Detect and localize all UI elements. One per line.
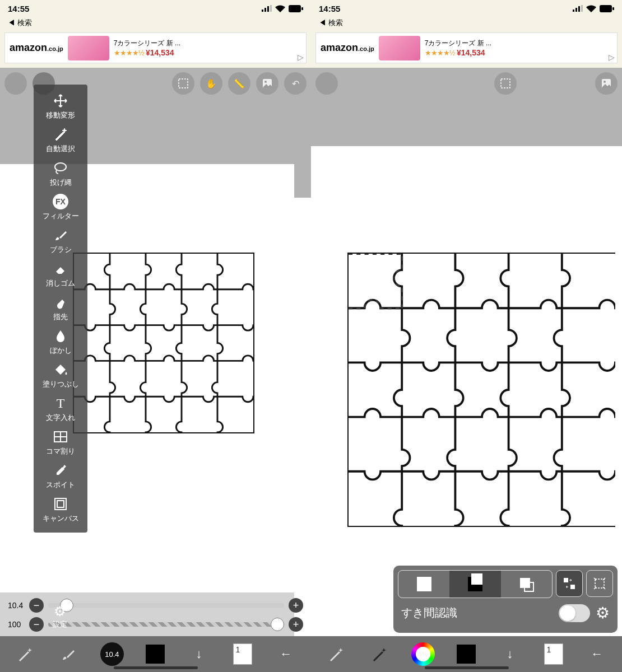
status-bar: 14:55: [0, 0, 311, 17]
drawing-app: ✋ 📏 ↶ 移動変形 自動選択: [0, 68, 311, 672]
wand-alt-icon[interactable]: [366, 641, 393, 668]
back-to-search[interactable]: ◀ 検索: [311, 17, 622, 30]
size-minus[interactable]: −: [29, 598, 44, 613]
tool-brush[interactable]: ブラシ: [34, 225, 87, 258]
status-time: 14:55: [8, 4, 29, 13]
svg-point-8: [264, 81, 267, 83]
ruler-icon[interactable]: 📏: [228, 72, 250, 95]
home-indicator[interactable]: [425, 666, 509, 669]
menu-button[interactable]: [4, 72, 27, 95]
svg-rect-25: [570, 585, 575, 589]
selection-mode-segment: [398, 570, 553, 598]
tool-canvas[interactable]: キャンバス: [34, 493, 87, 527]
gap-detect-label: すき間認識: [401, 605, 457, 620]
download-icon[interactable]: ↓: [185, 641, 212, 668]
svg-point-9: [55, 163, 66, 171]
brush-quick-icon[interactable]: [55, 641, 82, 668]
svg-rect-16: [581, 5, 583, 12]
tool-smudge[interactable]: 指先: [34, 292, 87, 325]
home-indicator[interactable]: [114, 666, 198, 669]
layers-button[interactable]: [540, 641, 567, 668]
reference-icon[interactable]: [595, 72, 618, 95]
opacity-minus[interactable]: −: [29, 617, 44, 632]
status-time: 14:55: [319, 4, 340, 13]
color-swatch[interactable]: [453, 641, 480, 668]
tool-lasso[interactable]: 投げ縄: [34, 157, 87, 191]
size-slider[interactable]: [48, 603, 284, 608]
color-wheel-button[interactable]: [410, 641, 437, 668]
svg-rect-13: [573, 10, 574, 12]
svg-rect-19: [501, 79, 510, 88]
ad-text: 7カラーシリーズ 新 ... ★★★★½ ¥14,534: [114, 39, 301, 57]
tool-bucket[interactable]: 塗りつぶし: [34, 359, 87, 393]
back-icon[interactable]: ←: [583, 641, 610, 668]
brush-size-button[interactable]: 10.4: [99, 641, 126, 668]
svg-rect-24: [564, 578, 568, 582]
tool-move[interactable]: 移動変形: [34, 90, 87, 124]
slider-panel: 10.4 − + 100 − +: [0, 592, 311, 636]
ad-choices-icon[interactable]: ▷: [609, 53, 615, 62]
svg-rect-1: [264, 8, 266, 12]
wifi-icon: [275, 5, 285, 12]
select-rect-icon[interactable]: [494, 72, 517, 95]
opacity-slider[interactable]: [48, 622, 284, 627]
svg-rect-3: [270, 5, 272, 12]
svg-rect-2: [267, 6, 269, 12]
panel-settings-icon[interactable]: ⚙: [596, 604, 610, 622]
wifi-icon: [586, 5, 596, 12]
svg-rect-18: [612, 7, 614, 10]
tool-frame[interactable]: コマ割り: [34, 426, 87, 460]
back-to-search[interactable]: ◀ 検索: [0, 17, 311, 30]
top-toolbar: [311, 71, 622, 96]
menu-button[interactable]: [315, 72, 338, 95]
snap-icon[interactable]: [556, 570, 583, 597]
tool-settings[interactable]: ⚙設定: [53, 604, 67, 629]
svg-rect-26: [595, 579, 604, 588]
ad-brand: amazon.co.jp: [10, 42, 63, 54]
mode-subtract[interactable]: [501, 571, 552, 598]
tool-eraser[interactable]: 消しゴム: [34, 258, 87, 292]
color-swatch[interactable]: [142, 641, 169, 668]
tool-filter[interactable]: FXフィルター: [34, 191, 87, 225]
ad-product-image: [68, 36, 109, 60]
reference-icon[interactable]: [256, 72, 278, 95]
svg-rect-0: [262, 10, 263, 12]
signal-icon: [573, 5, 583, 12]
download-icon[interactable]: ↓: [496, 641, 523, 668]
size-value: 10.4: [8, 601, 25, 610]
opacity-plus[interactable]: +: [289, 617, 303, 632]
ad-banner[interactable]: amazon.co.jp 7カラーシリーズ 新 ... ★★★★½ ¥14,53…: [4, 32, 307, 63]
opacity-value: 100: [8, 620, 25, 629]
tool-text[interactable]: T文字入れ: [34, 393, 87, 426]
layers-button[interactable]: [229, 641, 256, 668]
wand-quick-icon[interactable]: [12, 641, 39, 668]
select-rect-icon[interactable]: [172, 72, 194, 95]
status-bar: 14:55: [311, 0, 622, 17]
ad-brand: amazon.co.jp: [321, 42, 374, 54]
phone-left: 14:55 ◀ 検索 amazon.co.jp 7カラーシリーズ 新 ... ★…: [0, 0, 311, 672]
size-plus[interactable]: +: [289, 598, 303, 613]
svg-rect-12: [57, 501, 64, 507]
selection-panel: すき間認識 ⚙: [393, 566, 618, 633]
back-icon[interactable]: ←: [272, 641, 299, 668]
ad-text: 7カラーシリーズ 新 ... ★★★★½ ¥14,534: [425, 39, 612, 57]
ad-choices-icon[interactable]: ▷: [298, 53, 304, 62]
expand-selection-icon[interactable]: [586, 570, 613, 597]
svg-rect-14: [575, 8, 577, 12]
ad-banner[interactable]: amazon.co.jp 7カラーシリーズ 新 ... ★★★★½ ¥14,53…: [315, 32, 618, 63]
battery-icon: [289, 5, 303, 12]
svg-rect-5: [301, 7, 303, 10]
undo-icon[interactable]: ↶: [284, 72, 307, 95]
wand-quick-icon[interactable]: [323, 641, 350, 668]
battery-icon: [600, 5, 614, 12]
hand-icon[interactable]: ✋: [200, 72, 222, 95]
puzzle-drawing: [73, 253, 254, 433]
svg-rect-6: [179, 79, 188, 88]
tool-eyedropper[interactable]: スポイト: [34, 460, 87, 493]
mode-replace[interactable]: [398, 571, 449, 598]
gap-detect-switch[interactable]: [559, 604, 590, 622]
tool-wand[interactable]: 自動選択: [34, 124, 87, 157]
tool-panel: 移動変形 自動選択 投げ縄 FXフィルター ブラシ 消しゴム 指先 ぼかし 塗り…: [34, 85, 87, 533]
mode-add[interactable]: [449, 571, 500, 598]
tool-blur[interactable]: ぼかし: [34, 325, 87, 359]
